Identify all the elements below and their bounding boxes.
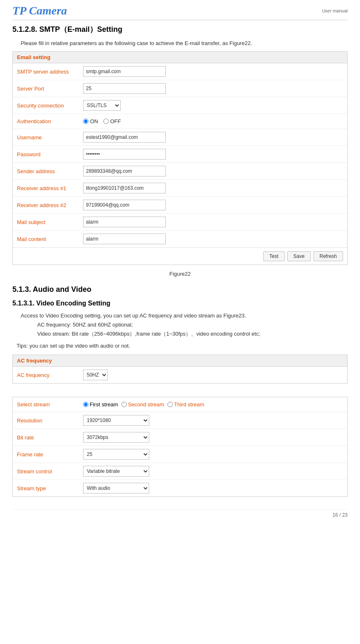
server-port-row: Server Port [13, 80, 347, 97]
mail-content-row: Mail content [13, 231, 347, 248]
bit-rate-select[interactable]: 3072kbps 2048kbps 1024kbps 512kbps [83, 432, 149, 443]
desc-line3: Video stream: Bit rate（256~4096kbps）,fra… [21, 329, 348, 339]
security-connection-label: Security connection [17, 103, 83, 109]
bit-rate-row: Bit rate 3072kbps 2048kbps 1024kbps 512k… [13, 429, 347, 446]
stream-control-select[interactable]: Variable bitrate Constant bitrate [83, 466, 149, 477]
authentication-row: Authentication ON OFF [13, 114, 347, 129]
page-header: TP Camera User manual [12, 4, 348, 20]
ac-frequency-row: AC frequency 50HZ 60HZ [13, 367, 347, 383]
sender-address-row: Sender address [13, 163, 347, 180]
tips-text: Tips: you can set up the video with audi… [12, 343, 348, 349]
sender-address-label: Sender address [17, 168, 83, 174]
logo: TP Camera [12, 4, 67, 17]
third-stream-radio[interactable] [167, 402, 173, 407]
resolution-select[interactable]: 1920*1080 1280*720 640*480 [83, 415, 149, 426]
desc-line1: Access to Video Encoding setting, you ca… [21, 311, 348, 320]
mail-content-input[interactable] [83, 234, 166, 244]
email-panel-body: SMTP server address Server Port Security… [13, 63, 347, 265]
frame-rate-label: Frame rate [17, 451, 83, 458]
email-button-row: Test Save Refresh [13, 248, 347, 265]
server-port-label: Server Port [17, 86, 83, 92]
email-setting-panel: Email setting SMTP server address Server… [12, 51, 348, 265]
frame-rate-select[interactable]: 25 15 10 5 [83, 449, 149, 460]
resolution-row: Resolution 1920*1080 1280*720 640*480 [13, 412, 347, 429]
second-stream-text: Second stream [128, 401, 164, 408]
third-stream-text: Third stream [174, 401, 204, 408]
mail-subject-input[interactable] [83, 217, 166, 227]
video-encoding-title: 5.1.3.1. Video Encoding Setting [12, 300, 348, 307]
stream-type-select[interactable]: With audio Without audio [83, 483, 149, 494]
smtp-server-label: SMTP server address [17, 69, 83, 75]
receiver1-input[interactable] [83, 183, 166, 193]
stream-type-label: Stream type [17, 485, 83, 491]
password-label: Password [17, 151, 83, 157]
third-stream-label[interactable]: Third stream [167, 401, 204, 408]
receiver2-input[interactable] [83, 200, 166, 210]
stream-type-row: Stream type With audio Without audio [13, 480, 347, 496]
ac-frequency-select[interactable]: 50HZ 60HZ [83, 370, 108, 380]
test-button[interactable]: Test [263, 251, 285, 261]
receiver2-row: Receiver address #2 [13, 197, 347, 214]
ac-panel-body: AC frequency 50HZ 60HZ [13, 367, 347, 383]
smtp-intro: Please fill in relative parameters as th… [12, 40, 348, 46]
first-stream-label[interactable]: First stream [83, 401, 118, 408]
figure22-caption: Figure22 [12, 271, 348, 277]
password-row: Password [13, 146, 347, 163]
stream-radio-group: First stream Second stream Third stream [83, 401, 204, 408]
resolution-label: Resolution [17, 417, 83, 424]
receiver1-row: Receiver address #1 [13, 180, 347, 197]
mail-subject-row: Mail subject [13, 214, 347, 231]
video-stream-panel: Select stream First stream Second stream… [12, 397, 348, 497]
save-button[interactable]: Save [287, 251, 311, 261]
password-input[interactable] [83, 149, 166, 160]
smtp-section-title: 5.1.2.8. SMTP（E-mail）Setting [12, 24, 348, 34]
username-label: Username [17, 134, 83, 141]
username-row: Username [13, 129, 347, 146]
desc-line2: AC frequency: 50HZ and 60HZ optional; [21, 320, 348, 329]
email-panel-header: Email setting [13, 52, 347, 63]
video-stream-body: Select stream First stream Second stream… [13, 397, 347, 496]
smtp-server-input[interactable] [83, 66, 166, 77]
auth-on-radio[interactable] [83, 119, 88, 124]
smtp-server-row: SMTP server address [13, 63, 347, 80]
second-stream-radio[interactable] [122, 402, 127, 407]
auth-off-label[interactable]: OFF [103, 118, 121, 124]
stream-control-row: Stream control Variable bitrate Constant… [13, 463, 347, 480]
authentication-label: Authentication [17, 118, 83, 124]
auth-off-radio[interactable] [103, 119, 109, 124]
ac-frequency-panel: AC frequency AC frequency 50HZ 60HZ [12, 355, 348, 384]
receiver1-label: Receiver address #1 [17, 185, 83, 191]
first-stream-radio[interactable] [83, 402, 88, 407]
mail-content-label: Mail content [17, 236, 83, 242]
ac-panel-header: AC frequency [13, 355, 347, 367]
ac-frequency-label: AC frequency [17, 372, 83, 378]
server-port-input[interactable] [83, 83, 166, 94]
mail-subject-label: Mail subject [17, 219, 83, 225]
authentication-radio-group: ON OFF [83, 118, 121, 124]
logo-text: TP Camera [12, 4, 67, 17]
frame-rate-row: Frame rate 25 15 10 5 [13, 446, 347, 463]
select-stream-row: Select stream First stream Second stream… [13, 397, 347, 412]
page-footer: 16 / 23 [12, 509, 348, 518]
select-stream-label: Select stream [17, 401, 83, 408]
refresh-button[interactable]: Refresh [313, 251, 343, 261]
video-encoding-desc: Access to Video Encoding setting, you ca… [12, 311, 348, 339]
user-manual-label: User manual [322, 8, 348, 13]
second-stream-label[interactable]: Second stream [122, 401, 164, 408]
bit-rate-label: Bit rate [17, 434, 83, 441]
sender-address-input[interactable] [83, 166, 166, 177]
receiver2-label: Receiver address #2 [17, 202, 83, 208]
auth-on-label[interactable]: ON [83, 118, 98, 124]
first-stream-text: First stream [90, 401, 118, 408]
stream-control-label: Stream control [17, 468, 83, 475]
security-connection-select[interactable]: SSL/TLS None STARTTLS [83, 100, 121, 111]
security-connection-row: Security connection SSL/TLS None STARTTL… [13, 97, 347, 114]
username-input[interactable] [83, 132, 166, 143]
audio-video-title: 5.1.3. Audio and Video [12, 285, 348, 294]
